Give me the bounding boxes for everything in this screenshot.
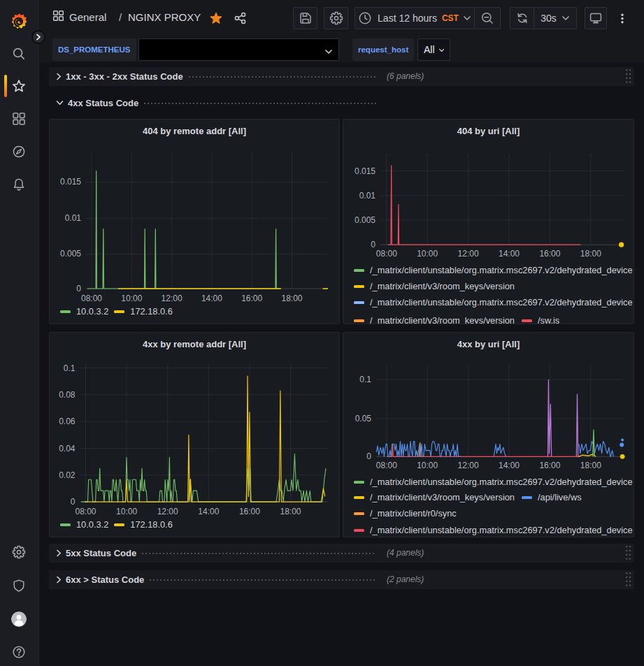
- svg-text:0: 0: [366, 451, 371, 461]
- svg-text:14:00: 14:00: [499, 249, 520, 259]
- svg-text:08:00: 08:00: [81, 294, 102, 303]
- svg-text:0.1: 0.1: [64, 363, 76, 373]
- svg-text:18:00: 18:00: [580, 249, 601, 259]
- svg-text:0.05: 0.05: [355, 414, 372, 424]
- svg-text:0.06: 0.06: [59, 417, 76, 426]
- svg-text:10:00: 10:00: [121, 294, 142, 303]
- svg-text:0.015: 0.015: [60, 177, 81, 187]
- svg-text:18:00: 18:00: [580, 461, 601, 470]
- svg-text:16:00: 16:00: [239, 507, 260, 516]
- svg-text:0.005: 0.005: [60, 249, 81, 259]
- svg-text:12:00: 12:00: [157, 507, 178, 516]
- svg-text:08:00: 08:00: [376, 461, 397, 470]
- svg-text:08:00: 08:00: [376, 249, 397, 259]
- svg-text:12:00: 12:00: [458, 249, 479, 259]
- svg-text:14:00: 14:00: [198, 507, 219, 516]
- svg-text:0.02: 0.02: [59, 470, 76, 480]
- svg-text:0.005: 0.005: [355, 215, 375, 225]
- svg-text:18:00: 18:00: [280, 507, 301, 516]
- svg-text:0: 0: [371, 240, 375, 249]
- svg-text:12:00: 12:00: [162, 294, 183, 303]
- svg-text:16:00: 16:00: [539, 461, 560, 470]
- svg-text:0.08: 0.08: [59, 390, 76, 400]
- svg-text:0: 0: [76, 284, 81, 294]
- svg-text:10:00: 10:00: [417, 461, 438, 470]
- svg-text:0.01: 0.01: [65, 213, 82, 223]
- svg-text:10:00: 10:00: [417, 249, 438, 259]
- svg-text:0.04: 0.04: [59, 444, 76, 454]
- svg-text:14:00: 14:00: [201, 294, 222, 303]
- svg-text:16:00: 16:00: [539, 249, 560, 259]
- svg-text:0.01: 0.01: [359, 191, 376, 201]
- svg-text:12:00: 12:00: [458, 461, 479, 470]
- svg-text:0.015: 0.015: [355, 166, 375, 176]
- svg-text:16:00: 16:00: [241, 294, 262, 303]
- svg-text:14:00: 14:00: [499, 461, 520, 470]
- svg-text:0: 0: [71, 497, 76, 507]
- svg-text:18:00: 18:00: [281, 294, 302, 303]
- svg-text:08:00: 08:00: [75, 507, 96, 516]
- svg-text:0.1: 0.1: [359, 375, 371, 384]
- svg-text:10:00: 10:00: [116, 507, 137, 516]
